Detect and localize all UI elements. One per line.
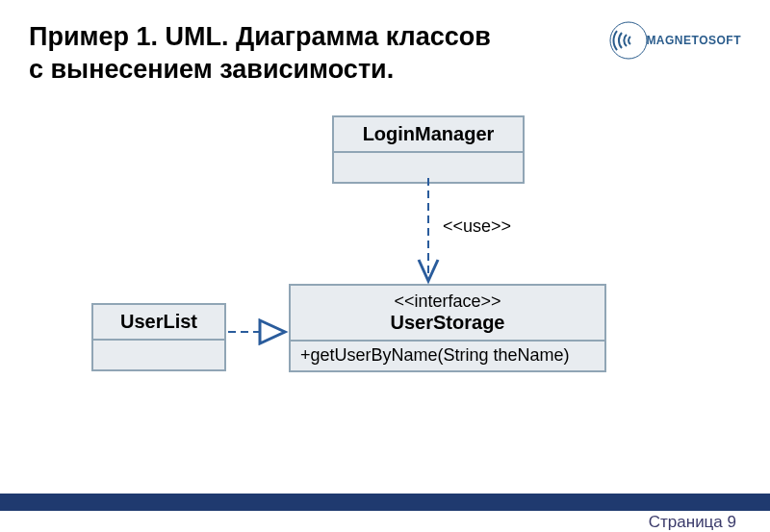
stereotype: <<interface>> <box>304 291 591 312</box>
class-name: UserList <box>93 305 224 341</box>
logo: MAGNETOSOFT <box>609 21 741 60</box>
use-stereotype-label: <<use>> <box>443 216 511 237</box>
class-name-text: UserStorage <box>391 312 505 333</box>
logo-text: MAGNETOSOFT <box>646 34 741 47</box>
class-name: <<interface>> UserStorage <box>291 286 604 342</box>
footer-bar <box>0 494 770 511</box>
slide-title: Пример 1. UML. Диаграмма классов с вынес… <box>29 21 491 87</box>
class-body <box>93 341 224 369</box>
logo-icon <box>609 21 648 60</box>
title-line-2: с вынесением зависимости. <box>29 55 394 84</box>
page-number: Страница 9 <box>649 513 736 532</box>
class-body <box>334 153 523 182</box>
title-line-1: Пример 1. UML. Диаграмма классов <box>29 22 491 51</box>
uml-diagram: LoginManager UserList <<interface>> User… <box>0 115 770 481</box>
class-userlist: UserList <box>91 303 226 371</box>
class-userstorage: <<interface>> UserStorage +getUserByName… <box>289 284 606 372</box>
class-name: LoginManager <box>334 117 523 153</box>
header: Пример 1. UML. Диаграмма классов с вынес… <box>0 0 770 96</box>
class-method: +getUserByName(String theName) <box>291 342 604 370</box>
class-login-manager: LoginManager <box>332 115 525 184</box>
